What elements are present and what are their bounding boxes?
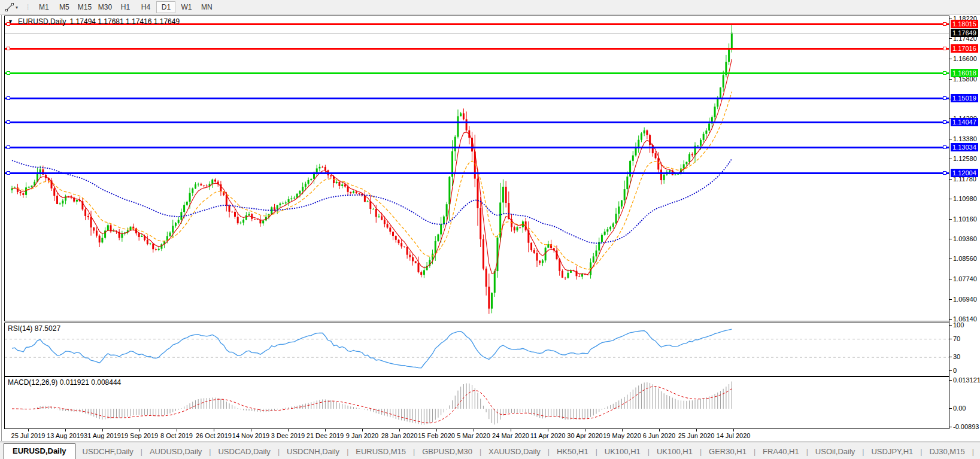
tab-hk50-h1[interactable]: HK50,H1 [550,445,596,459]
price-tick-mark [949,299,952,300]
tab-usdcad-daily[interactable]: USDCAD,Daily [211,445,277,459]
horizontal-level-line[interactable] [5,72,949,74]
tab-usdcnh-daily[interactable]: USDCNH,Daily [280,445,347,459]
price-tick-mark [949,239,952,239]
price-tick-label: 1.10980 [953,195,977,202]
current-price-line [5,33,949,34]
macd-panel[interactable]: MACD(12,26,9) 0.011921 0.008444 [4,376,949,429]
date-tick-label: 9 Jan 2020 [346,432,378,439]
line-right-handle[interactable] [943,171,946,175]
timeframe-button-h1[interactable]: H1 [116,1,135,13]
timeframe-button-h4[interactable]: H4 [136,1,155,13]
timeframe-button-m30[interactable]: M30 [95,1,114,13]
line-right-handle[interactable] [943,145,946,149]
price-tick-mark [949,179,952,180]
price-tick-label: 1.12580 [953,155,977,162]
date-tick-label: 19 May 2020 [603,432,641,439]
line-left-handle[interactable] [7,145,10,149]
price-chart-panel[interactable]: ▼ EURUSD,Daily 1.17494 1.17681 1.17416 1… [4,16,949,321]
trendline-tool-icon [5,2,14,12]
horizontal-level-line[interactable] [5,147,949,148]
line-right-handle[interactable] [943,96,946,100]
date-tick-mark [436,429,437,431]
date-tick-label: 25 Jun 2020 [678,432,715,439]
price-level-badge: 1.17649 [951,29,978,37]
date-tick-label: 11 Apr 2020 [530,432,566,439]
rsi-tick-mark [949,339,952,339]
timeframe-button-d1[interactable]: D1 [156,1,175,13]
chart-tool-button[interactable]: ▾ [2,1,20,13]
timeframe-button-m15[interactable]: M15 [75,1,94,13]
line-left-handle[interactable] [7,71,10,75]
price-tick-mark [949,59,952,59]
timeframe-button-mn[interactable]: MN [197,1,216,13]
horizontal-level-line[interactable] [5,121,949,123]
line-right-handle[interactable] [943,22,946,26]
timeframe-button-m5[interactable]: M5 [54,1,74,13]
price-tick-mark [949,19,952,19]
line-left-handle[interactable] [7,47,10,50]
date-tick-label: 6 Jun 2020 [643,432,675,439]
tab-dj30-m15[interactable]: DJ30,M15 [922,445,972,459]
date-tick-mark [251,429,251,431]
line-right-handle[interactable] [943,47,946,50]
macd-tick-mark [949,427,952,427]
rsi-label: RSI(14) 87.5027 [8,324,60,333]
timeframe-button-m1[interactable]: M1 [34,1,53,13]
tab-china300-h4[interactable]: CHINA300,H4 [974,445,980,459]
line-left-handle[interactable] [7,96,10,100]
date-axis[interactable]: 25 Jul 201913 Aug 201931 Aug 201919 Sep … [4,429,949,442]
toolbar-grip: ┆ [26,4,29,10]
macd-tick-label: 0.00 [953,405,966,412]
date-tick-mark [474,429,474,431]
rsi-tick-label: 70 [953,335,960,342]
date-tick-mark [733,429,734,431]
tab-xauusd-daily[interactable]: XAUUSD,Daily [481,445,548,459]
horizontal-level-line[interactable] [5,48,949,50]
macd-tick-mark [949,380,952,381]
rsi-tick-mark [949,325,952,326]
timeframe-button-w1[interactable]: W1 [177,1,196,13]
price-tick-mark [949,38,952,39]
tab-usdjpy-h1[interactable]: USDJPY,H1 [864,445,920,459]
rsi-panel[interactable]: RSI(14) 87.5027 [4,323,949,376]
date-tick-mark [102,429,103,431]
date-tick-mark [585,429,585,431]
price-axis[interactable]: 1.182201.174201.166001.158001.150001.142… [949,16,980,442]
line-right-handle[interactable] [943,71,946,75]
price-tick-label: 1.16600 [953,55,977,62]
tab-usoil-daily[interactable]: USOil,Daily [808,445,862,459]
date-tick-label: 26 Oct 2019 [196,432,232,439]
date-tick-label: 15 Feb 2020 [418,432,455,439]
date-tick-mark [511,429,511,431]
collapse-triangle-icon[interactable]: ▼ [8,19,13,25]
horizontal-level-line[interactable] [5,172,949,174]
chart-tabs: EURUSD,DailyUSDCHF,Daily|AUDUSD,Daily|US… [4,444,980,459]
rsi-tick-label: 100 [953,321,964,329]
tab-ger30-h1[interactable]: GER30,H1 [702,445,754,459]
tab-audusd-daily[interactable]: AUDUSD,Daily [142,445,209,459]
tab-usdchf-daily[interactable]: USDCHF,Daily [75,445,141,459]
price-tick-mark [949,319,952,320]
timeframe-toolbar: ▾ ┆ M1M5M15M30H1H4D1W1MN [0,0,980,15]
line-left-handle[interactable] [7,120,10,124]
line-left-handle[interactable] [7,171,10,175]
tab-eurusd-daily[interactable]: EURUSD,Daily [4,443,75,459]
tab-eurusd-m15[interactable]: EURUSD,M15 [348,445,413,459]
horizontal-level-line[interactable] [5,98,949,99]
price-tick-label: 1.06940 [953,296,977,303]
price-tick-label: 1.09360 [953,235,977,242]
tab-uk100-h1[interactable]: UK100,H1 [597,445,648,459]
price-tick-mark [949,79,952,80]
mt4-window: ▾ ┆ M1M5M15M30H1H4D1W1MN ▼ EURUSD,Daily … [0,0,980,459]
tab-fra40-h1[interactable]: FRA40,H1 [756,445,806,459]
line-right-handle[interactable] [943,120,946,124]
chart-ohlc-values: 1.17494 1.17681 1.17416 1.17649 [70,17,180,26]
date-tick-mark [362,429,363,431]
tab-uk100-h1[interactable]: UK100,H1 [650,445,700,459]
date-tick-label: 30 Apr 2020 [567,432,602,439]
price-tick-label: 1.10160 [953,215,977,223]
price-tick-mark [949,279,952,279]
tab-gbpusd-m30[interactable]: GBPUSD,M30 [415,445,480,459]
price-tick-mark [949,159,952,159]
